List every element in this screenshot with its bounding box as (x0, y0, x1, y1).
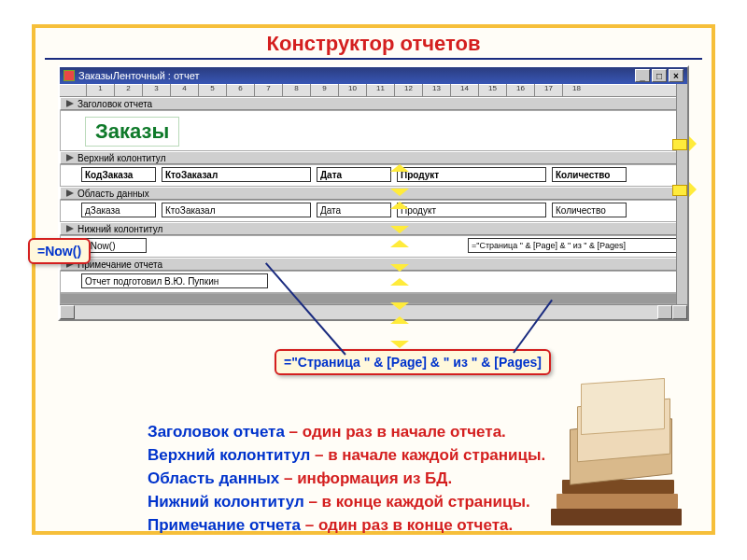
column-header[interactable]: Дата (317, 167, 391, 182)
footer-right-field[interactable]: ="Страница " & [Page] & " из " & [Pages] (468, 238, 683, 253)
section-label: Примечание отчета (78, 259, 162, 270)
legend-term: Заголовок отчета (148, 420, 285, 443)
resize-arrow-icon (390, 245, 409, 266)
section-report-header[interactable]: Заголовок отчета (60, 97, 687, 110)
section-label: Область данных (78, 189, 149, 199)
callout-page-expr: ="Страница " & [Page] & " из " & [Pages] (275, 349, 551, 375)
scroll-corner (672, 305, 687, 319)
legend-def: – информация из БД. (279, 469, 452, 487)
legend-def: – в конце каждой страницы. (304, 493, 530, 511)
divider (45, 58, 702, 60)
window-caption: ЗаказыЛенточный : отчет (78, 70, 199, 81)
bound-field[interactable]: Количество (552, 203, 627, 217)
bound-field[interactable]: Продукт (397, 203, 546, 217)
page-footer-area[interactable]: =Now() ="Страница " & [Page] & " из " & … (60, 235, 687, 258)
horizontal-ruler: 123456789101112131415161718 (60, 84, 687, 97)
close-button[interactable]: × (669, 69, 684, 82)
legend-term: Примечание отчета (148, 513, 301, 537)
section-report-footer[interactable]: Примечание отчета (60, 258, 687, 271)
report-title-label[interactable]: Заказы (85, 117, 179, 147)
report-designer-window: ЗаказыЛенточный : отчет _ □ × 1234567891… (58, 65, 689, 321)
section-page-footer[interactable]: Нижний колонтитул (60, 222, 687, 235)
resize-arrow-icon (667, 136, 691, 151)
column-header[interactable]: КодЗаказа (81, 167, 156, 182)
page-header-area[interactable]: КодЗаказаКтоЗаказалДатаПродуктКоличество (60, 164, 687, 187)
legend-def: – один раз в конце отчета. (301, 516, 513, 534)
titlebar[interactable]: ЗаказыЛенточный : отчет _ □ × (60, 67, 687, 84)
section-detail[interactable]: Область данных (60, 187, 687, 200)
page-title: Конструктор отчетов (35, 28, 712, 58)
column-header[interactable]: Продукт (397, 167, 546, 182)
bound-field[interactable]: КтоЗаказал (162, 203, 311, 217)
note-field[interactable]: Отчет подготовил В.Ю. Пупкин (81, 273, 268, 288)
legend-term: Верхний колонтитул (148, 443, 310, 467)
report-header-area[interactable]: Заказы (60, 110, 687, 151)
legend: Заголовок отчета – один раз в начале отч… (148, 420, 553, 537)
maximize-button[interactable]: □ (652, 69, 667, 82)
gray-area (60, 293, 687, 304)
scroll-right-button[interactable] (657, 305, 672, 319)
resize-arrow-icon (390, 284, 409, 304)
legend-def: – один раз в начале отчета. (285, 423, 506, 441)
section-label: Заголовок отчета (78, 99, 152, 109)
footer-left-field[interactable]: =Now() (81, 238, 147, 253)
legend-def: – в начале каждой страницы. (310, 446, 545, 464)
legend-term: Область данных (148, 467, 279, 490)
resize-arrow-icon (390, 322, 409, 343)
form-icon (63, 70, 75, 81)
report-footer-area[interactable]: Отчет подготовил В.Ю. Пупкин (60, 271, 687, 293)
section-page-header[interactable]: Верхний колонтитул (60, 151, 687, 164)
detail-area[interactable]: дЗаказаКтоЗаказалДатаПродуктКоличество (60, 200, 687, 222)
section-label: Верхний колонтитул (78, 153, 166, 163)
horizontal-scrollbar[interactable] (60, 304, 687, 319)
section-label: Нижний колонтитул (78, 224, 162, 234)
callout-now: =Now() (28, 238, 91, 264)
resize-arrow-icon (390, 170, 409, 190)
legend-term: Нижний колонтитул (148, 490, 304, 513)
minimize-button[interactable]: _ (635, 69, 650, 82)
bound-field[interactable]: дЗаказа (81, 203, 156, 217)
bound-field[interactable]: Дата (317, 203, 391, 217)
resize-arrow-icon (667, 182, 691, 197)
books-decoration (543, 367, 693, 525)
column-header[interactable]: КтоЗаказал (162, 167, 311, 182)
scroll-left-button[interactable] (60, 305, 75, 319)
resize-arrow-icon (390, 207, 409, 228)
column-header[interactable]: Количество (552, 167, 627, 182)
